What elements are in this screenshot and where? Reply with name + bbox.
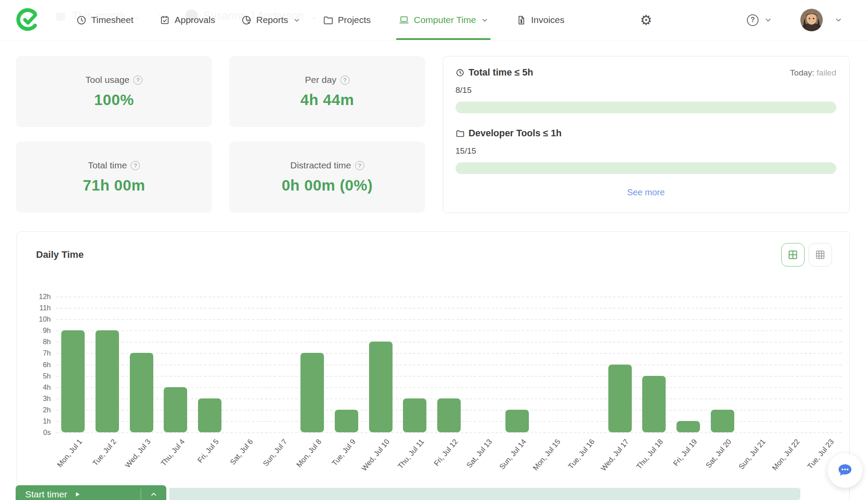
help-circle-icon[interactable]: ?	[340, 76, 350, 85]
calendar-check-icon	[159, 15, 170, 26]
clock-icon	[455, 68, 465, 77]
help-menu[interactable]: ?	[747, 0, 772, 40]
horizontal-scrollbar[interactable]	[169, 488, 800, 500]
chart-view-button-dense[interactable]	[809, 243, 832, 266]
x-axis-label: Sun, Jul 14	[498, 438, 528, 471]
x-axis-label: Fri, Jul 12	[432, 438, 460, 468]
stat-label: Distracted time	[290, 160, 351, 171]
help-circle-icon[interactable]: ?	[355, 161, 364, 170]
chat-launcher[interactable]	[828, 453, 862, 488]
stat-title-row: Distracted time ?	[290, 160, 364, 171]
chevron-up-icon	[149, 490, 158, 499]
start-timer-button[interactable]: Start timer	[16, 485, 166, 500]
help-circle-icon[interactable]: ?	[131, 161, 140, 170]
goal-header: Developer Tools ≤ 1h	[455, 128, 836, 139]
bar-thu-jul-4[interactable]	[164, 387, 187, 432]
stat-value: 71h 00m	[83, 177, 145, 194]
stat-card-distracted-time: Distracted time ? 0h 00m (0%)	[229, 141, 425, 213]
bar-mon-jul-1[interactable]	[61, 330, 85, 432]
see-more-link[interactable]: See more	[455, 188, 836, 197]
bar-thu-jul-11[interactable]	[403, 398, 426, 432]
nav-item-computer-time[interactable]: Computer Time	[399, 0, 489, 40]
bar-wed-jul-3[interactable]	[130, 353, 153, 432]
x-axis-label: Sun, Jul 7	[261, 438, 289, 468]
chart-cell: Thu, Jul 4	[158, 296, 193, 432]
chart-cell: Wed, Jul 10	[363, 296, 398, 432]
bar-tue-jul-9[interactable]	[335, 410, 358, 432]
bar-wed-jul-10[interactable]	[369, 342, 393, 432]
bar-sat-jul-20[interactable]	[711, 410, 734, 432]
chart-title: Daily Time	[36, 249, 84, 260]
ghost-chevron-down-icon: ⌄	[310, 10, 319, 22]
chart-view-toggles	[781, 243, 832, 266]
bar-thu-jul-18[interactable]	[642, 376, 666, 432]
y-axis-tick: 3h	[27, 395, 51, 403]
nav-item-invoices[interactable]: Invoices	[516, 0, 564, 40]
stat-label: Total time	[88, 160, 127, 171]
goal-status: Today: failed	[790, 68, 836, 78]
chevron-down-icon	[764, 16, 772, 24]
y-axis-tick: 8h	[27, 338, 51, 346]
y-axis-tick: 12h	[27, 293, 51, 301]
nav-item-projects[interactable]: Projects	[323, 0, 371, 40]
bar-fri-jul-12[interactable]	[437, 398, 461, 432]
bar-wed-jul-17[interactable]	[608, 365, 632, 433]
chart-header: Daily Time	[17, 243, 849, 266]
computer-time-dashboard: { "nav": { "logo_icon": "brand-check-log…	[0, 0, 868, 500]
settings-gear-icon[interactable]: ⚙	[640, 0, 652, 40]
x-axis-label: Mon, Jul 15	[531, 438, 563, 472]
folder-icon	[455, 129, 465, 138]
bar-tue-jul-2[interactable]	[96, 330, 119, 432]
chart-cell: Wed, Jul 17	[603, 296, 637, 432]
nav-item-timesheet[interactable]: Timesheet	[76, 0, 133, 40]
x-axis-label: Tue, Jul 16	[567, 438, 597, 471]
nav-item-label: Approvals	[175, 15, 215, 25]
chart-cell: Mon, Jul 15	[535, 296, 569, 432]
goal-rows: Total time ≤ 5h Today: failed 8/15 Devel…	[455, 67, 836, 174]
goal-count: 8/15	[455, 86, 836, 95]
stat-card-total-time: Total time ? 71h 00m	[16, 141, 212, 213]
x-axis-label: Fri, Jul 5	[196, 438, 221, 465]
grid-2x2-icon	[787, 249, 799, 260]
bar-fri-jul-19[interactable]	[677, 421, 700, 432]
y-axis-tick: 4h	[27, 383, 51, 391]
nav-item-approvals[interactable]: Approvals	[159, 0, 215, 40]
user-menu[interactable]	[800, 0, 843, 40]
chart-cell: Wed, Jul 3	[124, 296, 158, 432]
y-axis-tick: 5h	[27, 372, 51, 380]
nav-item-label: Invoices	[531, 15, 564, 25]
x-axis-label: Fri, Jul 19	[672, 438, 699, 468]
nav-item-label: Computer Time	[414, 15, 476, 25]
chart-cell: Tue, Jul 16	[569, 296, 603, 432]
y-axis-tick: 11h	[27, 304, 51, 312]
help-circle-icon[interactable]: ?	[133, 76, 142, 85]
x-axis-label: Tue, Jul 2	[91, 438, 118, 468]
goal-header: Total time ≤ 5h Today: failed	[455, 67, 836, 78]
brand-check-logo-icon[interactable]	[16, 7, 41, 32]
stat-label: Tool usage	[86, 75, 130, 85]
goal-progress-bar	[455, 162, 836, 174]
chevron-down-icon	[293, 16, 301, 24]
nav-item-reports[interactable]: Reports	[241, 0, 301, 40]
timer-collapse-toggle[interactable]	[141, 485, 166, 500]
stat-title-row: Per day ?	[305, 75, 349, 85]
chart-view-button-active[interactable]	[781, 243, 805, 266]
daily-time-card: Daily Time 0s1h2h3h4h5h6h7h8h9h10h11h12h…	[17, 231, 850, 500]
chart-cell: Thu, Jul 18	[637, 296, 671, 432]
stats-grid: Tool usage ? 100% Per day ? 4h 44m Total…	[16, 56, 425, 213]
x-axis-label: Sat, Jul 20	[704, 438, 733, 470]
avatar	[800, 9, 823, 31]
x-axis-label: Thu, Jul 18	[635, 438, 665, 471]
x-axis-label: Thu, Jul 11	[396, 438, 426, 470]
grid-3x3-icon	[815, 249, 826, 260]
bars-row: Mon, Jul 1Tue, Jul 2Wed, Jul 3Thu, Jul 4…	[56, 296, 842, 432]
active-tab-underline	[396, 38, 491, 40]
ghost-calendar-icon: ▦	[56, 10, 66, 22]
bar-sun-jul-14[interactable]	[505, 410, 529, 432]
goal-title: Developer Tools ≤ 1h	[469, 128, 562, 139]
bar-fri-jul-5[interactable]	[198, 398, 221, 432]
help-circle-icon: ?	[747, 14, 759, 26]
invoice-icon	[516, 15, 527, 26]
stat-value: 4h 44m	[300, 91, 354, 109]
bar-mon-jul-8[interactable]	[300, 353, 324, 432]
